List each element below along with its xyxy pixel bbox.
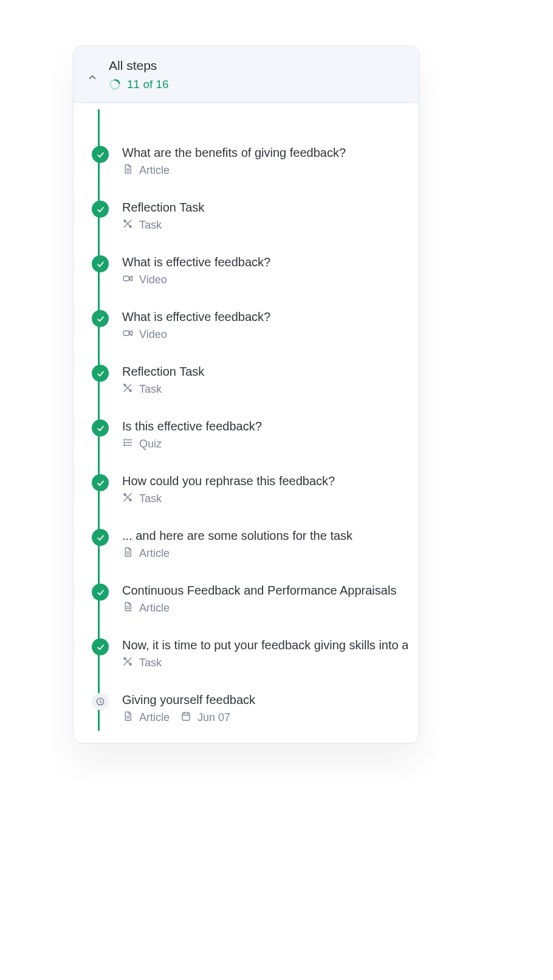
article-icon (122, 547, 133, 561)
step-done-icon (92, 201, 109, 218)
step-type-label: Task (139, 383, 162, 396)
step-type-label: Video (139, 274, 167, 286)
step-item[interactable]: What is effective feedback?Video (84, 255, 408, 287)
step-content: ... and here are some solutions for the … (122, 529, 408, 561)
steps-panel: All steps 11 of 16 What are the benefits… (73, 46, 419, 744)
video-icon (122, 328, 133, 342)
step-done-icon (92, 638, 109, 655)
step-item[interactable]: What are the benefits of giving feedback… (84, 146, 408, 178)
step-meta: Video (122, 273, 408, 287)
step-type-label: Video (139, 328, 167, 341)
timeline: What are the benefits of giving feedback… (74, 103, 419, 743)
step-type-label: Task (139, 492, 162, 505)
step-type-label: Task (139, 219, 162, 232)
step-content: Now, it is time to put your feedback giv… (122, 638, 408, 670)
step-content: Reflection TaskTask (122, 365, 408, 396)
article-icon (122, 711, 133, 725)
step-pending-icon (92, 693, 109, 710)
step-meta: Article (122, 547, 408, 561)
step-meta: Quiz (122, 437, 408, 451)
step-item[interactable]: How could you rephrase this feedback?Tas… (84, 474, 408, 506)
step-content: What are the benefits of giving feedback… (122, 146, 408, 178)
svg-marker-8 (130, 331, 132, 336)
step-item[interactable]: Continuous Feedback and Performance Appr… (84, 584, 408, 615)
step-title: Reflection Task (122, 201, 408, 215)
step-content: Is this effective feedback?Quiz (122, 419, 408, 451)
step-type-label: Article (139, 164, 170, 177)
step-type-label: Article (139, 602, 170, 615)
step-title: Reflection Task (122, 365, 408, 379)
step-title: What are the benefits of giving feedback… (122, 146, 408, 160)
step-content: Giving yourself feedbackArticleJun 07 (122, 693, 408, 725)
step-meta: Task (122, 218, 408, 232)
step-meta: Task (122, 382, 408, 396)
step-meta: Task (122, 656, 408, 670)
step-meta: Video (122, 328, 408, 342)
step-type-label: Quiz (139, 438, 162, 450)
step-content: Continuous Feedback and Performance Appr… (122, 584, 408, 615)
step-item[interactable]: Now, it is time to put your feedback giv… (84, 638, 408, 670)
svg-rect-27 (182, 713, 190, 720)
article-icon (122, 601, 133, 615)
progress-row: 11 of 16 (109, 78, 169, 91)
svg-point-15 (124, 445, 125, 446)
step-done-icon (92, 474, 109, 491)
step-type-label: Task (139, 657, 162, 669)
step-meta: Article (122, 164, 408, 178)
step-title: Giving yourself feedback (122, 693, 408, 707)
step-due: Jun 07 (197, 711, 230, 724)
step-meta: ArticleJun 07 (122, 711, 408, 725)
step-content: What is effective feedback?Video (122, 310, 408, 342)
step-done-icon (92, 584, 109, 601)
calendar-icon (180, 711, 191, 725)
step-title: What is effective feedback? (122, 255, 408, 269)
panel-header[interactable]: All steps 11 of 16 (74, 46, 419, 103)
article-icon (122, 164, 133, 178)
step-title: Is this effective feedback? (122, 419, 408, 433)
step-type-label: Article (139, 547, 170, 560)
progress-text: 11 of 16 (127, 78, 169, 91)
step-title: Now, it is time to put your feedback giv… (122, 638, 408, 652)
step-title: Continuous Feedback and Performance Appr… (122, 584, 408, 598)
step-item[interactable]: Giving yourself feedbackArticleJun 07 (84, 693, 408, 725)
step-content: Reflection TaskTask (122, 201, 408, 232)
header-texts: All steps 11 of 16 (109, 58, 169, 91)
step-done-icon (92, 365, 109, 382)
task-icon (122, 492, 133, 506)
step-content: What is effective feedback?Video (122, 255, 408, 287)
progress-ring-icon (109, 78, 121, 91)
svg-point-14 (124, 442, 125, 443)
step-meta: Task (122, 492, 408, 506)
step-item[interactable]: Reflection TaskTask (84, 201, 408, 232)
step-done-icon (92, 419, 109, 437)
step-item[interactable]: ... and here are some solutions for the … (84, 529, 408, 561)
step-item[interactable]: Reflection TaskTask (84, 365, 408, 396)
step-done-icon (92, 146, 109, 163)
step-type-label: Article (139, 711, 170, 724)
step-meta: Article (122, 601, 408, 615)
svg-rect-5 (123, 276, 129, 281)
step-done-icon (92, 255, 109, 272)
step-item[interactable]: What is effective feedback?Video (84, 310, 408, 342)
step-done-icon (92, 529, 109, 546)
chevron-up-icon (84, 69, 100, 85)
video-icon (122, 273, 133, 287)
task-icon (122, 382, 133, 396)
step-title: ... and here are some solutions for the … (122, 529, 408, 543)
step-title: What is effective feedback? (122, 310, 408, 324)
task-icon (122, 656, 133, 670)
step-item[interactable]: Is this effective feedback?Quiz (84, 419, 408, 451)
panel-title: All steps (109, 58, 169, 73)
task-icon (122, 218, 133, 232)
svg-rect-7 (123, 331, 129, 336)
svg-marker-6 (130, 276, 132, 281)
quiz-icon (122, 437, 133, 451)
step-title: How could you rephrase this feedback? (122, 474, 408, 488)
step-content: How could you rephrase this feedback?Tas… (122, 474, 408, 506)
step-done-icon (92, 310, 109, 327)
